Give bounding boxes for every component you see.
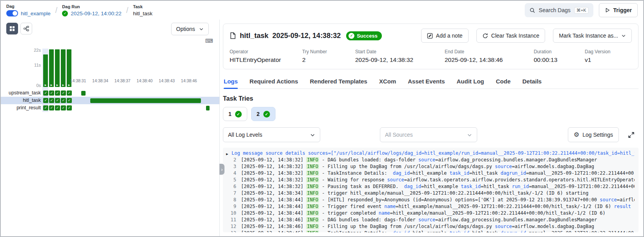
log-level-badge: INFO <box>306 190 319 196</box>
log-line-text: [2025-09-12, 14:38:32] INFO - Filling up… <box>241 163 594 170</box>
tab-code[interactable]: Code <box>496 75 511 89</box>
run-duration-bar[interactable]: ▶ <box>49 49 54 87</box>
mark-task-instance-as-button[interactable]: Mark Task Instance as... <box>553 29 632 43</box>
dagrun-success-icon: ✓ <box>62 11 68 16</box>
task-row-name[interactable]: print_result <box>1 104 41 112</box>
log-line-text: [2025-09-12, 14:38:32] INFO - Waiting fo… <box>241 177 635 183</box>
task-instance-square[interactable]: ✓ <box>67 98 72 103</box>
log-text: [2025-09-12, 14:38:46] <box>241 224 306 229</box>
log-settings-button[interactable]: ⚙ Log Settings <box>568 127 619 142</box>
stat-duration: Duration00:00:13 <box>534 49 585 63</box>
log-level-select[interactable]: All Log Levels <box>223 127 320 142</box>
try-button-1[interactable]: 1✓ <box>223 107 247 121</box>
task-instance-square[interactable]: ✓ <box>49 98 54 103</box>
breadcrumb-separator: / <box>126 6 128 15</box>
gantt-bar[interactable] <box>81 91 86 96</box>
task-instance-square[interactable]: ✓ <box>43 90 48 96</box>
task-row[interactable]: upstream_task✓✓✓✓✓ <box>1 89 219 97</box>
try-button-2[interactable]: 2✓ <box>251 107 275 121</box>
task-instance-square[interactable]: ✓ <box>55 105 60 110</box>
task-instance-square[interactable]: ✓ <box>61 105 66 110</box>
tab-required-actions[interactable]: Required Actions <box>250 75 298 89</box>
task-instance-square[interactable]: ✓ <box>61 90 66 96</box>
log-key: task_id <box>461 184 481 189</box>
run-duration-bar[interactable]: ▶ <box>43 54 48 87</box>
log-text: =airflow <box>617 197 635 203</box>
log-key: run_id <box>512 184 529 189</box>
trigger-button[interactable]: Trigger <box>599 3 638 17</box>
tab-bar: LogsRequired ActionsRendered TemplatesXC… <box>223 75 639 89</box>
search-dags-button[interactable]: Search Dags ⌘+K <box>525 3 593 17</box>
tab-audit-log[interactable]: Audit Log <box>456 75 484 89</box>
stat-start-date: Start Date2025-09-12, 14:38:32 <box>355 49 445 63</box>
log-line-number: 3 <box>226 163 236 170</box>
log-text: - Filling up the DagBag from /usr/local/… <box>319 164 495 169</box>
log-text: [2025-09-12, 14:38:32] <box>241 184 306 189</box>
dag-pause-toggle[interactable] <box>6 10 18 16</box>
log-level-badge: INFO <box>306 170 319 176</box>
task-instance-square[interactable]: ✓ <box>67 105 72 110</box>
time-axis-label: 14:38:43 <box>155 78 179 83</box>
task-instance-square[interactable]: ✓ <box>49 90 54 96</box>
gantt-bar[interactable] <box>90 98 201 103</box>
log-line-text: [2025-09-12, 14:38:32] INFO - TaskInstan… <box>241 170 635 177</box>
dagrun-label: Dag Run <box>62 4 121 9</box>
panel-collapse-handle[interactable]: › <box>219 164 224 175</box>
gantt-bar[interactable] <box>206 106 210 110</box>
note-icon <box>427 33 433 39</box>
log-line-number: 13 <box>226 230 236 232</box>
fullscreen-button[interactable] <box>624 127 639 142</box>
task-row-name[interactable]: upstream_task <box>1 89 41 97</box>
stat-try-number: Try Number2 <box>302 49 355 63</box>
topbar: Dag hitl_example / Dag Run ✓ 2025-09-12,… <box>1 1 643 20</box>
task-row[interactable]: hitl_task✓✓✓✓✓ <box>1 97 219 104</box>
task-instance-square[interactable]: ✓ <box>49 105 54 110</box>
grid-view-button[interactable] <box>6 23 18 34</box>
add-note-button[interactable]: Add a note <box>421 29 469 43</box>
task-row-name[interactable]: hitl_task <box>1 97 41 104</box>
task-instance-square[interactable]: ✓ <box>43 105 48 110</box>
task-instance-square[interactable]: ✓ <box>43 98 48 103</box>
log-output[interactable]: ▶Log message source details sources=["/u… <box>223 148 639 232</box>
dag-link[interactable]: hitl_example <box>21 11 51 16</box>
log-level-badge: INFO <box>306 230 319 232</box>
log-text: - Filling up the DagBag from /usr/local/… <box>319 224 495 229</box>
tab-rendered-templates[interactable]: Rendered Templates <box>310 75 367 89</box>
log-text: =hitl_example/manual__2025-09-12T21:00:2… <box>390 210 606 216</box>
stat-label: End Date <box>445 49 534 54</box>
tab-asset-events[interactable]: Asset Events <box>408 75 445 89</box>
log-text: =hitl_task <box>469 230 500 232</box>
run-duration-bar[interactable]: ▶ <box>61 49 66 87</box>
task-instance-square[interactable]: ✓ <box>55 90 60 96</box>
log-line-number: 12 <box>226 223 236 230</box>
dagrun-link[interactable]: 2025-09-12, 14:00:22 <box>71 11 121 16</box>
log-source-select[interactable]: All Sources <box>380 127 477 142</box>
task-instance-squares: ✓✓✓✓✓ <box>43 98 72 103</box>
task-instance-square[interactable]: ✓ <box>61 98 66 103</box>
options-button[interactable]: Options <box>171 23 209 35</box>
log-text: =airflow.dag_processing.bundles.manager.… <box>435 157 597 163</box>
task-name-text: hitl_task <box>133 11 153 16</box>
keyboard-shortcuts-icon[interactable]: ⌨ <box>205 38 213 44</box>
panel-divider[interactable]: › <box>219 20 220 236</box>
expander-triangle-icon[interactable]: ▶ <box>226 150 232 157</box>
log-level-badge: INFO <box>306 164 319 169</box>
task-instance-square[interactable]: ✓ <box>67 90 72 96</box>
tab-logs[interactable]: Logs <box>224 75 238 89</box>
graph-view-button[interactable] <box>20 23 32 34</box>
log-text: [2025-09-12, 14:38:44] <box>241 210 306 216</box>
clear-task-instance-button[interactable]: Clear Task Instance <box>476 29 545 43</box>
task-instance-square[interactable]: ✓ <box>55 98 60 103</box>
log-line: 3[2025-09-12, 14:38:32] INFO - Filling u… <box>226 163 635 170</box>
tab-details[interactable]: Details <box>522 75 542 89</box>
log-key: dag_id <box>393 170 410 176</box>
search-icon <box>529 7 535 13</box>
task-row[interactable]: print_result✓✓✓✓✓ <box>1 104 219 112</box>
grid-panel: Options ⌨ 22s11s0s ▶▶▶▶▶ 14:38:3114:38:3… <box>1 20 219 236</box>
tab-xcom[interactable]: XCom <box>379 75 396 89</box>
run-duration-bar[interactable]: ▶ <box>55 49 60 87</box>
expand-icon <box>628 132 635 138</box>
logs-section: Task Tries 1✓2✓ All Log Levels All Sourc… <box>223 89 639 236</box>
log-text: [2025-09-12, 14:38:46] <box>241 230 306 232</box>
status-badge: ✓ Success <box>346 31 382 40</box>
